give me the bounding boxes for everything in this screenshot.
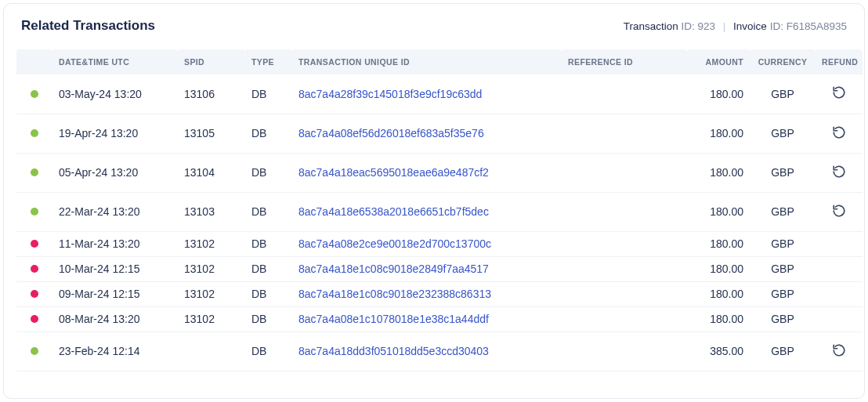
transaction-uid-link[interactable]: 8ac7a4a18e1c08c9018e2849f7aa4517: [298, 263, 489, 275]
col-status: [16, 49, 52, 74]
cell-ref: [562, 256, 687, 281]
cell-refund: [816, 281, 863, 306]
refresh-icon: [832, 125, 846, 142]
cell-currency: GBP: [750, 114, 816, 153]
cell-type: DB: [245, 114, 292, 153]
cell-type: DB: [245, 231, 292, 256]
cell-ref: [562, 281, 687, 306]
cell-spid: 13103: [178, 192, 245, 231]
cell-refund: [816, 192, 863, 231]
status-dot-icon: [31, 208, 38, 215]
refresh-icon: [832, 204, 846, 220]
cell-spid: 13106: [178, 74, 245, 114]
cell-status: [16, 192, 52, 231]
refund-button[interactable]: [830, 85, 848, 103]
cell-status: [16, 114, 52, 153]
col-spid: SPID: [178, 49, 245, 74]
status-dot-icon: [31, 315, 38, 323]
table-row: 22-Mar-24 13:2013103DB8ac7a4a18e6538a201…: [16, 192, 863, 231]
refresh-icon: [832, 165, 846, 181]
cell-amount: 180.00: [687, 74, 750, 114]
cell-spid: 13102: [178, 306, 245, 331]
cell-amount: 180.00: [687, 114, 750, 153]
refresh-icon: [832, 85, 846, 102]
header-meta: Transaction ID: 923 | Invoice ID: F6185A…: [624, 20, 847, 32]
col-refund: REFUND: [816, 49, 863, 74]
status-dot-icon: [31, 347, 38, 355]
cell-ref: [562, 331, 687, 371]
table-row: 05-Apr-24 13:2013104DB8ac7a4a18eac569501…: [16, 153, 863, 192]
transaction-uid-link[interactable]: 8ac7a4a18dd3f051018dd5e3ccd30403: [298, 345, 489, 357]
refund-button[interactable]: [830, 342, 848, 360]
transaction-uid-link[interactable]: 8ac7a4a08ef56d26018ef683a5f35e76: [298, 127, 484, 139]
table-body: 03-May-24 13:2013106DB8ac7a4a28f39c14501…: [16, 74, 863, 371]
cell-currency: GBP: [750, 192, 816, 231]
col-type: TYPE: [245, 49, 292, 74]
cell-uid: 8ac7a4a18eac5695018eae6a9e487cf2: [292, 153, 562, 192]
cell-spid: 13102: [178, 256, 245, 281]
invoice-label: Invoice: [733, 20, 767, 32]
status-dot-icon: [31, 90, 38, 98]
cell-uid: 8ac7a4a18e6538a2018e6651cb7f5dec: [292, 192, 562, 231]
table-row: 09-Mar-24 12:1513102DB8ac7a4a18e1c08c901…: [16, 281, 863, 306]
cell-status: [16, 153, 52, 192]
cell-date: 22-Mar-24 13:20: [52, 192, 178, 231]
cell-currency: GBP: [750, 153, 816, 192]
cell-type: DB: [245, 153, 292, 192]
table-row: 23-Feb-24 12:14DB8ac7a4a18dd3f051018dd5e…: [16, 331, 863, 371]
cell-date: 10-Mar-24 12:15: [52, 256, 178, 281]
cell-uid: 8ac7a4a08e1c1078018e1e38c1a44ddf: [292, 306, 562, 331]
refund-button[interactable]: [830, 163, 848, 182]
refund-button[interactable]: [830, 124, 848, 143]
status-dot-icon: [31, 240, 38, 248]
cell-type: DB: [245, 256, 292, 281]
cell-amount: 180.00: [687, 192, 750, 231]
cell-date: 19-Apr-24 13:20: [52, 114, 178, 153]
cell-ref: [562, 306, 687, 331]
transaction-uid-link[interactable]: 8ac7a4a18e1c08c9018e232388c86313: [298, 288, 491, 300]
cell-spid: 13102: [178, 231, 245, 256]
status-dot-icon: [31, 265, 38, 273]
cell-ref: [562, 192, 687, 231]
status-dot-icon: [31, 290, 38, 298]
cell-spid: [178, 331, 245, 371]
cell-spid: 13104: [178, 153, 245, 192]
cell-uid: 8ac7a4a28f39c145018f3e9cf19c63dd: [292, 74, 562, 114]
cell-refund: [816, 331, 863, 371]
cell-date: 11-Mar-24 13:20: [52, 231, 178, 256]
transaction-uid-link[interactable]: 8ac7a4a28f39c145018f3e9cf19c63dd: [298, 88, 482, 100]
cell-amount: 180.00: [687, 256, 750, 281]
cell-ref: [562, 231, 687, 256]
cell-type: DB: [245, 281, 292, 306]
col-amount: AMOUNT: [687, 49, 750, 74]
cell-status: [16, 306, 52, 331]
cell-refund: [816, 306, 863, 331]
cell-refund: [816, 74, 863, 114]
cell-uid: 8ac7a4a18e1c08c9018e232388c86313: [292, 281, 562, 306]
status-dot-icon: [31, 168, 38, 176]
cell-spid: 13102: [178, 281, 245, 306]
cell-uid: 8ac7a4a08e2ce9e0018e2d700c13700c: [292, 231, 562, 256]
cell-amount: 180.00: [687, 153, 750, 192]
cell-amount: 385.00: [687, 331, 750, 371]
cell-date: 05-Apr-24 13:20: [52, 153, 178, 192]
cell-type: DB: [245, 74, 292, 114]
table-row: 19-Apr-24 13:2013105DB8ac7a4a08ef56d2601…: [16, 114, 863, 153]
transaction-uid-link[interactable]: 8ac7a4a08e1c1078018e1e38c1a44ddf: [298, 313, 489, 325]
transaction-uid-link[interactable]: 8ac7a4a18eac5695018eae6a9e487cf2: [298, 166, 489, 179]
cell-uid: 8ac7a4a18dd3f051018dd5e3ccd30403: [292, 331, 562, 371]
refund-button[interactable]: [830, 202, 848, 221]
cell-uid: 8ac7a4a18e1c08c9018e2849f7aa4517: [292, 256, 562, 281]
transaction-uid-link[interactable]: 8ac7a4a18e6538a2018e6651cb7f5dec: [298, 205, 489, 218]
cell-date: 03-May-24 13:20: [52, 74, 178, 114]
cell-amount: 180.00: [687, 231, 750, 256]
cell-type: DB: [245, 306, 292, 331]
cell-refund: [816, 153, 863, 192]
table-row: 08-Mar-24 13:2013102DB8ac7a4a08e1c107801…: [16, 306, 863, 331]
table-row: 10-Mar-24 12:1513102DB8ac7a4a18e1c08c901…: [16, 256, 863, 281]
cell-date: 23-Feb-24 12:14: [52, 331, 178, 371]
cell-currency: GBP: [750, 281, 816, 306]
cell-uid: 8ac7a4a08ef56d26018ef683a5f35e76: [292, 114, 562, 153]
cell-date: 08-Mar-24 13:20: [52, 306, 178, 331]
transaction-uid-link[interactable]: 8ac7a4a08e2ce9e0018e2d700c13700c: [298, 237, 491, 250]
